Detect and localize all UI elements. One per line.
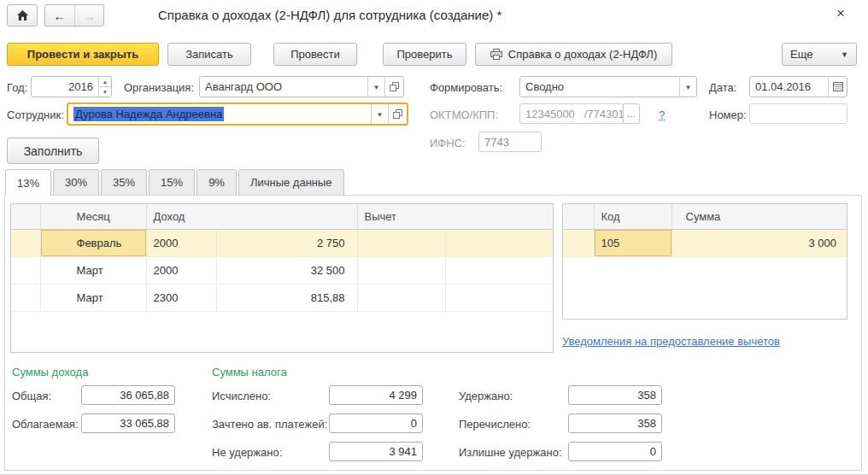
generate-combo[interactable]: Сводно ▾ [519, 76, 697, 97]
more-button[interactable]: Еще ▼ [782, 43, 857, 66]
date-value[interactable]: 01.04.2016 [750, 77, 828, 97]
oktmo-value: 12345000 /774301001 [520, 104, 623, 123]
selector-header [563, 204, 594, 229]
deduction-amount-cell[interactable] [445, 229, 554, 256]
oktmo-ellipsis-button[interactable]: ... [623, 103, 640, 124]
rate-tabs: 13% 30% 35% 15% 9% Личные данные [5, 169, 346, 195]
ellipsis-icon: ... [627, 108, 636, 120]
tab-13[interactable]: 13% [5, 169, 51, 196]
employee-value[interactable]: Дурова Надежда Андреевна [68, 104, 371, 124]
organization-open-icon[interactable] [384, 77, 403, 97]
transferred-field[interactable]: 358 [568, 413, 662, 433]
ifns-field[interactable]: 7743 [478, 132, 542, 152]
employee-dropdown-icon[interactable]: ▾ [371, 104, 388, 124]
number-value[interactable] [750, 104, 847, 123]
taxable-label: Облагаемая: [12, 418, 79, 431]
organization-combo[interactable]: Авангард ООО ▾ [199, 76, 404, 97]
sum-cell[interactable]: 3 000 [672, 229, 847, 256]
post-and-close-button[interactable]: Провести и закрыть [7, 43, 159, 66]
code-header[interactable]: Код [594, 204, 672, 229]
back-icon: ← [53, 9, 66, 23]
table-row[interactable]: Март 2000 32 500 [11, 256, 554, 284]
deduction-header[interactable]: Вычет [357, 204, 554, 229]
close-icon[interactable]: × [836, 6, 845, 21]
tab-personal-data[interactable]: Личные данные [238, 169, 344, 195]
total-label: Общая: [12, 390, 51, 402]
sum-header[interactable]: Сумма [672, 204, 847, 229]
employee-combo[interactable]: Дурова Надежда Андреевна ▾ [67, 103, 408, 126]
table-row[interactable]: Март 2300 815,88 [11, 284, 554, 311]
advance-offset-label: Зачтено ав. платежей: [212, 418, 327, 431]
spin-down-icon[interactable]: ▼ [99, 86, 111, 97]
over-withheld-field[interactable]: 0 [568, 442, 662, 461]
tab-9[interactable]: 9% [196, 169, 237, 195]
advance-offset-field[interactable]: 0 [329, 413, 423, 433]
month-header[interactable]: Месяц [40, 204, 146, 229]
table-row[interactable]: 105 3 000 [563, 229, 847, 256]
year-value[interactable]: 2016 [32, 77, 98, 97]
deduction-code-cell[interactable] [357, 256, 445, 284]
organization-value[interactable]: Авангард ООО [200, 77, 367, 97]
number-field[interactable] [749, 103, 847, 124]
income-amount-cell[interactable]: 32 500 [216, 256, 357, 284]
income-amount-cell[interactable]: 2 750 [216, 229, 357, 256]
income-code-cell[interactable]: 2000 [146, 256, 216, 284]
date-field[interactable]: 01.04.2016 [749, 76, 847, 97]
print-certificate-button[interactable]: Справка о доходах (2-НДФЛ) [475, 43, 672, 66]
calculated-label: Исчислено: [212, 390, 271, 402]
income-table-header: Месяц Доход Вычет [11, 204, 554, 229]
row-selector[interactable] [11, 256, 40, 284]
row-selector[interactable] [11, 229, 40, 256]
deduction-notifications-link[interactable]: Уведомления на предоставление вычетов [562, 335, 780, 348]
home-button[interactable] [7, 4, 38, 26]
calendar-icon[interactable] [828, 77, 847, 97]
month-cell[interactable]: Февраль [40, 229, 146, 256]
spin-up-icon[interactable]: ▲ [99, 77, 111, 86]
employee-open-icon[interactable] [388, 104, 407, 124]
history-nav: ← → [44, 4, 104, 26]
withheld-field[interactable]: 358 [568, 385, 662, 405]
deduction-amount-cell[interactable] [445, 284, 554, 311]
tab-30[interactable]: 30% [53, 169, 99, 195]
deduction-code-cell[interactable] [357, 229, 445, 256]
forward-button[interactable]: → [75, 5, 104, 26]
generate-dropdown-icon[interactable]: ▾ [679, 77, 696, 97]
fill-button[interactable]: Заполнить [7, 138, 99, 164]
deduction-codes-table: Код Сумма 105 3 000 [562, 203, 847, 320]
income-header[interactable]: Доход [146, 204, 357, 229]
page-title: Справка о доходах (2-НДФЛ) для сотрудник… [158, 8, 501, 22]
year-label: Год: [7, 81, 27, 94]
row-selector[interactable] [563, 229, 594, 256]
table-row[interactable]: Февраль 2000 2 750 [11, 229, 554, 256]
taxable-field[interactable]: 33 065,88 [81, 413, 175, 433]
not-withheld-field[interactable]: 3 941 [329, 442, 423, 461]
oktmo-help-link[interactable]: ? [659, 108, 665, 121]
check-button[interactable]: Проверить [383, 43, 466, 66]
post-button[interactable]: Провести [273, 43, 357, 66]
total-field[interactable]: 36 065,88 [81, 385, 175, 405]
back-button[interactable]: ← [45, 5, 74, 26]
deduction-amount-cell[interactable] [445, 256, 554, 284]
row-selector[interactable] [11, 284, 40, 311]
oktmo-label: ОКТМО/КПП: [430, 108, 498, 121]
code-cell[interactable]: 105 [594, 229, 672, 256]
print-button-label: Справка о доходах (2-НДФЛ) [508, 48, 657, 61]
income-amount-cell[interactable]: 815,88 [216, 284, 357, 311]
month-cell[interactable]: Март [40, 256, 146, 284]
write-button[interactable]: Записать [167, 43, 251, 66]
calculated-field[interactable]: 4 299 [329, 385, 423, 405]
income-code-cell[interactable]: 2000 [146, 229, 216, 256]
tab-15[interactable]: 15% [149, 169, 195, 195]
deduction-table-header: Код Сумма [563, 204, 847, 229]
oktmo-field[interactable]: 12345000 /774301001 [519, 103, 624, 124]
organization-dropdown-icon[interactable]: ▾ [367, 77, 384, 97]
deduction-code-cell[interactable] [357, 284, 445, 311]
income-code-cell[interactable]: 2300 [146, 284, 216, 311]
month-cell[interactable]: Март [40, 284, 146, 311]
year-stepper[interactable]: 2016 ▲ ▼ [31, 76, 112, 97]
tab-35[interactable]: 35% [101, 169, 147, 195]
home-icon [16, 9, 29, 21]
organization-label: Организация: [124, 81, 194, 94]
chevron-down-icon: ▼ [841, 50, 848, 59]
generate-value[interactable]: Сводно [520, 77, 679, 97]
